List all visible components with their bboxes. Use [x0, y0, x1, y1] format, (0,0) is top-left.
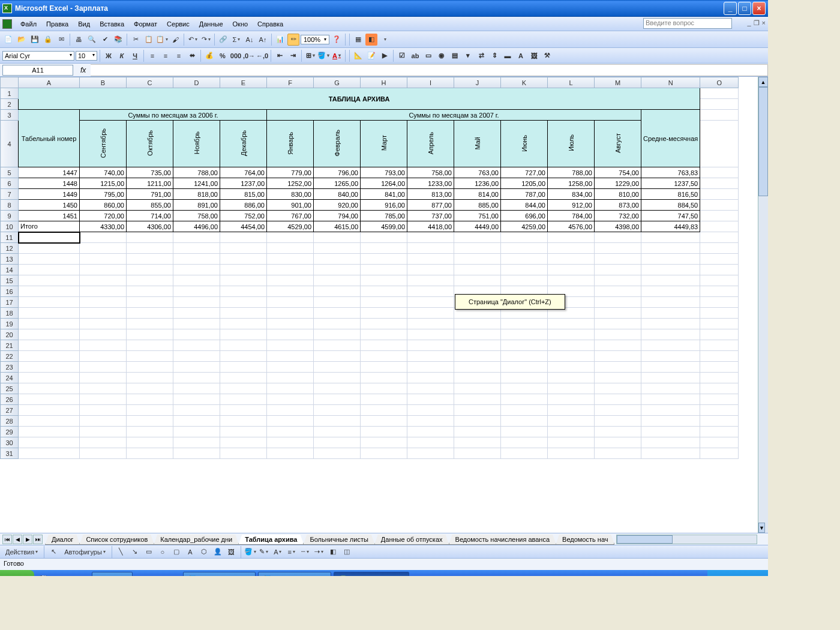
textbox-icon[interactable]: ▢: [170, 546, 182, 558]
col-header-A[interactable]: A: [19, 77, 80, 88]
merge-icon[interactable]: ⬌: [186, 50, 198, 62]
cell-value[interactable]: 714,00: [127, 211, 173, 221]
comma-icon[interactable]: 000: [230, 50, 242, 62]
cell-value[interactable]: 740,00: [80, 167, 127, 178]
redo-icon[interactable]: ↷: [200, 34, 212, 46]
format-painter-icon[interactable]: 🖌: [169, 34, 181, 46]
menu-tools[interactable]: Сервис: [162, 19, 194, 29]
ask-question-box[interactable]: Введите вопрос: [643, 18, 732, 29]
cell-value[interactable]: 886,00: [220, 200, 267, 211]
cell-avg[interactable]: 747,50: [641, 211, 700, 221]
cell-value[interactable]: 764,00: [220, 167, 267, 178]
wordart-icon[interactable]: A: [184, 546, 196, 558]
currency-icon[interactable]: 💰: [203, 50, 215, 62]
italic-icon[interactable]: К: [116, 50, 128, 62]
horizontal-scrollbar[interactable]: [616, 535, 757, 544]
ql-ie-icon[interactable]: e: [62, 573, 74, 576]
hyperlink-icon[interactable]: 🔗: [217, 34, 229, 46]
cell-value[interactable]: 1205,00: [501, 178, 548, 189]
ql-desktop-icon[interactable]: 🖥: [74, 573, 86, 576]
col-header-K[interactable]: K: [501, 77, 548, 88]
cell-value[interactable]: 1265,00: [314, 178, 361, 189]
col-header-L[interactable]: L: [548, 77, 595, 88]
text-color-icon[interactable]: A: [272, 546, 284, 558]
menu-view[interactable]: Вид: [73, 19, 95, 29]
cell-value[interactable]: 830,00: [267, 189, 314, 200]
permission-icon[interactable]: 🔒: [42, 34, 54, 46]
tab-last-icon[interactable]: ⏭: [33, 535, 43, 544]
spell-icon[interactable]: ✔: [99, 34, 111, 46]
sheet-tab[interactable]: Календар_рабочие дни: [154, 535, 239, 545]
rect-icon[interactable]: ▭: [143, 546, 155, 558]
wb-close[interactable]: ×: [762, 19, 766, 27]
total-value[interactable]: 4496,00: [173, 221, 220, 232]
align-right-icon[interactable]: ≡: [173, 50, 185, 62]
sheet-tab[interactable]: Данные об отпусках: [374, 535, 449, 545]
ctl-more-icon[interactable]: ⚒: [541, 50, 553, 62]
dec-indent-icon[interactable]: ⇤: [274, 50, 286, 62]
cell-value[interactable]: 877,00: [407, 200, 454, 211]
cell-value[interactable]: 912,00: [548, 200, 595, 211]
new-icon[interactable]: 📄: [2, 34, 14, 46]
more-icon[interactable]: [379, 34, 391, 46]
menu-data[interactable]: Данные: [194, 19, 228, 29]
help-icon[interactable]: ❓: [331, 34, 343, 46]
tray-shield-icon[interactable]: 🛡: [713, 575, 720, 576]
cell-value[interactable]: 841,00: [361, 189, 407, 200]
cell-value[interactable]: 873,00: [595, 200, 641, 211]
bold-icon[interactable]: Ж: [103, 50, 115, 62]
copy-icon[interactable]: 📋: [143, 34, 155, 46]
minimize-button[interactable]: _: [724, 2, 737, 15]
ctl-textbox-icon[interactable]: ab: [409, 50, 421, 62]
total-value[interactable]: 4454,00: [220, 221, 267, 232]
cell-value[interactable]: 763,00: [454, 167, 501, 178]
ctl-option-icon[interactable]: ◉: [436, 50, 448, 62]
open-icon[interactable]: 📂: [16, 34, 28, 46]
cell-id[interactable]: 1450: [19, 200, 80, 211]
cell-value[interactable]: 810,00: [595, 189, 641, 200]
ctl-list-icon[interactable]: ▤: [449, 50, 461, 62]
cell-id[interactable]: 1448: [19, 178, 80, 189]
tray-lang[interactable]: En: [734, 575, 742, 576]
vb-code-icon[interactable]: 📝: [365, 50, 377, 62]
cell-value[interactable]: 793,00: [361, 167, 407, 178]
cell-value[interactable]: 815,00: [220, 189, 267, 200]
ctl-scroll-icon[interactable]: ▬: [502, 50, 514, 62]
total-value[interactable]: 4615,00: [314, 221, 361, 232]
maximize-button[interactable]: □: [738, 2, 751, 15]
cell-avg[interactable]: 763,83: [641, 167, 700, 178]
select-icon[interactable]: ↖: [47, 546, 59, 558]
ctl-label-icon[interactable]: A: [515, 50, 527, 62]
cell-value[interactable]: 1211,00: [127, 178, 173, 189]
sheet-tab[interactable]: Список сотрудников: [79, 535, 154, 545]
actions-menu[interactable]: Действия: [2, 546, 41, 558]
tab-next-icon[interactable]: ▶: [23, 535, 32, 544]
line-color-icon[interactable]: ✎: [258, 546, 270, 558]
cell-value[interactable]: 844,00: [501, 200, 548, 211]
cell-value[interactable]: 1233,00: [407, 178, 454, 189]
wb-min[interactable]: _: [747, 19, 751, 27]
total-value[interactable]: 4529,00: [267, 221, 314, 232]
align-center-icon[interactable]: ≡: [160, 50, 172, 62]
oval-icon[interactable]: ○: [157, 546, 169, 558]
cell-id[interactable]: 1449: [19, 189, 80, 200]
cell-value[interactable]: 735,00: [127, 167, 173, 178]
total-value[interactable]: 4418,00: [407, 221, 454, 232]
cell-value[interactable]: 696,00: [501, 211, 548, 221]
paste-icon[interactable]: 📋: [156, 34, 168, 46]
font-size[interactable]: 10▾: [76, 51, 97, 61]
cell-value[interactable]: 794,00: [314, 211, 361, 221]
scroll-down-icon[interactable]: ▼: [758, 523, 765, 533]
picture-icon[interactable]: 🖼: [226, 546, 238, 558]
drawing-icon[interactable]: ✏: [287, 34, 299, 46]
cell-avg[interactable]: 1237,50: [641, 178, 700, 189]
col-header-J[interactable]: J: [454, 77, 501, 88]
cell-value[interactable]: 791,00: [127, 189, 173, 200]
dec-decimal-icon[interactable]: ←,0: [256, 50, 268, 62]
cell-value[interactable]: 1252,00: [267, 178, 314, 189]
col-header-F[interactable]: F: [267, 77, 314, 88]
sheet-area[interactable]: ABCDEFGHIJKLMNO1ТАБЛИЦА АРХИВА23 Табельн…: [0, 77, 768, 533]
col-header-N[interactable]: N: [641, 77, 700, 88]
cell-value[interactable]: 1237,00: [220, 178, 267, 189]
fill-icon[interactable]: 🪣: [244, 546, 256, 558]
